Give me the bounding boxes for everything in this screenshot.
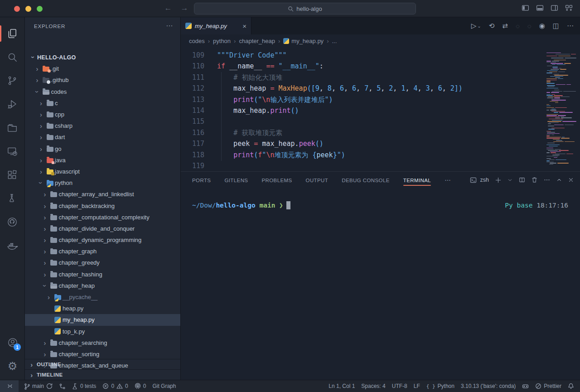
status-indentation[interactable]: Spaces: 4 (358, 380, 388, 392)
tree-item-chapter-hashing[interactable]: ›chapter_hashing (25, 269, 180, 280)
forward-icon[interactable]: → (179, 4, 189, 13)
tree-item-my-heap-py[interactable]: my_heap.py (25, 314, 180, 325)
tree-item-python[interactable]: ›python (25, 177, 180, 189)
tree-item-go[interactable]: ›go (25, 143, 180, 155)
tree-item-codes[interactable]: ›codes (25, 86, 180, 97)
panel-tab-gitlens[interactable]: GITLENS (224, 173, 248, 187)
sidebar-more-actions-icon[interactable]: ⋯ (166, 24, 173, 28)
toggle-panel-icon[interactable] (536, 4, 544, 12)
tree-item--git[interactable]: ›.git (25, 63, 180, 74)
status-git-graph-action[interactable] (56, 380, 68, 392)
close-window-button[interactable] (14, 6, 20, 12)
activity-docker-icon[interactable] (0, 234, 25, 257)
panel-tab-ports[interactable]: PORTS (192, 173, 211, 187)
tree-item-chapter-graph[interactable]: ›chapter_graph (25, 246, 180, 257)
panel-tab-problems[interactable]: PROBLEMS (261, 173, 292, 187)
activity-settings-icon[interactable]: ⚙ (0, 354, 25, 378)
run-button[interactable]: ▷⌄ (471, 22, 481, 30)
breadcrumb-item-my-heap-py[interactable]: my_heap.py (283, 38, 324, 44)
file-history-button[interactable]: ⟲ (489, 22, 495, 30)
status-tests[interactable]: 0 tests (68, 380, 99, 392)
open-changes-button[interactable]: ⇄ (502, 22, 508, 30)
next-change-button[interactable]: ◌ (527, 22, 532, 30)
panel-more-actions-icon[interactable] (544, 177, 550, 183)
tree-item-javascript[interactable]: ›javascript (25, 166, 180, 177)
status-cursor-position[interactable]: Ln 1, Col 1 (325, 380, 358, 392)
activity-github-icon[interactable] (0, 210, 25, 234)
tree-item-top-k-py[interactable]: top_k.py (25, 326, 180, 337)
tree-item-java[interactable]: ›java (25, 155, 180, 166)
breadcrumb-item-chapter-heap[interactable]: chapter_heap (239, 38, 275, 44)
breadcrumb-item-python[interactable]: python (213, 38, 231, 44)
previous-change-button[interactable]: ◌ (516, 22, 520, 30)
new-terminal-button[interactable] (495, 177, 501, 183)
status-git-graph-label[interactable]: Git Graph (149, 380, 179, 392)
customize-layout-icon[interactable] (565, 4, 573, 12)
activity-file-manager-icon[interactable] (0, 116, 25, 140)
terminal-picker-icon[interactable] (508, 178, 512, 183)
zoom-window-button[interactable] (37, 6, 43, 12)
tree-item-c[interactable]: ›c (25, 97, 180, 109)
status-branch[interactable]: main (20, 380, 56, 392)
activity-source-control-icon[interactable] (0, 69, 25, 92)
activity-extensions-icon[interactable] (0, 163, 25, 187)
tree-item-chapter-greedy[interactable]: ›chapter_greedy (25, 257, 180, 268)
status-copilot[interactable] (519, 380, 532, 392)
breadcrumb-item--[interactable]: ... (332, 38, 337, 44)
split-terminal-button[interactable] (519, 177, 525, 183)
kill-terminal-button[interactable] (532, 177, 537, 183)
tree-item-chapter-heap[interactable]: ›chapter_heap (25, 280, 180, 291)
minimize-window-button[interactable] (25, 6, 31, 12)
status-python-interpreter[interactable]: 3.10.13 ('base': conda) (458, 380, 519, 392)
tree-item-chapter-backtracking[interactable]: ›chapter_backtracking (25, 200, 180, 211)
more-actions-button[interactable]: ⋯ (567, 22, 574, 30)
tree-item--pycache-[interactable]: ›__pycache__ (25, 291, 180, 303)
activity-remote-explorer-icon[interactable] (0, 140, 25, 163)
activity-testing-icon[interactable] (0, 187, 25, 210)
tree-item-dart[interactable]: ›dart (25, 131, 180, 143)
command-center-search[interactable]: hello-algo (194, 3, 416, 15)
minimap[interactable] (546, 53, 576, 165)
tree-item-chapter-divide-and-conquer[interactable]: ›chapter_divide_and_conquer (25, 223, 180, 234)
activity-search-icon[interactable] (0, 45, 25, 69)
close-panel-icon[interactable] (568, 177, 574, 183)
split-editor-button[interactable]: ◫ (553, 22, 559, 30)
breadcrumb-item-codes[interactable]: codes (189, 38, 205, 44)
status-ports[interactable]: 0 (131, 380, 150, 392)
panel-more-tabs-icon[interactable]: ⋯ (445, 176, 451, 184)
tree-item-chapter-dynamic-programming[interactable]: ›chapter_dynamic_programming (25, 234, 180, 246)
tree-item-cpp[interactable]: ›cpp (25, 109, 180, 120)
activity-accounts-icon[interactable]: 1 (0, 331, 25, 354)
section-outline[interactable]: ›OUTLINE (25, 359, 180, 369)
tab-my-heap[interactable]: my_heap.py × (181, 17, 251, 34)
status-prettier[interactable]: Prettier (532, 380, 565, 392)
maximize-panel-icon[interactable] (556, 177, 562, 183)
status-remote[interactable] (0, 380, 19, 392)
tree-item-chapter-array-and-linkedlist[interactable]: ›chapter_array_and_linkedlist (25, 189, 180, 200)
toggle-primary-sidebar-icon[interactable] (522, 4, 529, 12)
status-eol[interactable]: LF (411, 380, 423, 392)
terminal[interactable]: ~/Dow/hello-algo main ❯ Py base 18:17:16 (181, 188, 580, 210)
tree-item-hello-algo[interactable]: ›HELLO-ALGO (25, 52, 180, 63)
tree-item-csharp[interactable]: ›csharp (25, 120, 180, 131)
panel-tab-debug-console[interactable]: DEBUG CONSOLE (342, 173, 390, 187)
tree-item-heap-py[interactable]: heap.py (25, 303, 180, 314)
toggle-secondary-sidebar-icon[interactable] (551, 4, 558, 12)
status-notifications[interactable] (565, 380, 577, 392)
close-tab-icon[interactable]: × (242, 22, 246, 30)
tree-item-chapter-computational-complexity[interactable]: ›chapter_computational_complexity (25, 212, 180, 223)
panel-tab-terminal[interactable]: TERMINAL (403, 173, 431, 187)
run-dropdown-icon[interactable]: ⌄ (477, 24, 481, 29)
section-timeline[interactable]: ›TIMELINE (25, 369, 180, 380)
code-viewport[interactable]: 109"""Driver Code"""110if __name__ == "_… (181, 47, 580, 171)
activity-explorer-icon[interactable] (0, 22, 25, 45)
gitlens-graph-button[interactable]: ◉ (539, 22, 545, 30)
back-icon[interactable]: ← (163, 4, 173, 13)
status-problems[interactable]: 00 (99, 380, 131, 392)
status-language-mode[interactable]: { }Python (423, 380, 458, 392)
panel-tab-output[interactable]: OUTPUT (306, 173, 329, 187)
tree-item-chapter-searching[interactable]: ›chapter_searching (25, 337, 180, 348)
tree-item--github[interactable]: ›.github (25, 74, 180, 86)
status-encoding[interactable]: UTF-8 (389, 380, 411, 392)
tree-item-chapter-sorting[interactable]: ›chapter_sorting (25, 348, 180, 360)
